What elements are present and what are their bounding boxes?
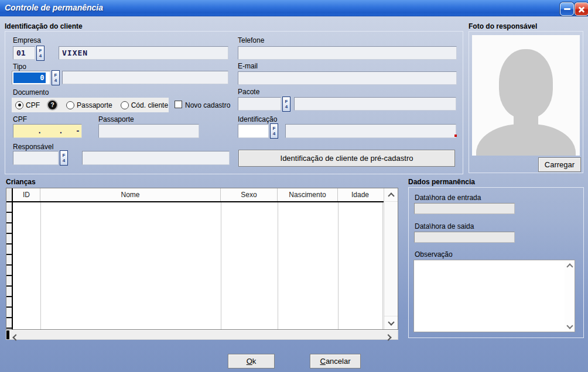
chevron-down-icon xyxy=(566,322,573,329)
identificacao-code-field[interactable] xyxy=(238,124,269,138)
group-title-dados-permanencia: Dados permanência xyxy=(408,178,475,186)
dialog-controle-permanencia: Controle de permanência Identificação do… xyxy=(0,0,588,372)
radio-cpf-label: CPF xyxy=(26,101,40,109)
identificacao-f4-button[interactable]: F4 xyxy=(270,123,278,139)
radio-passaporte-label: Passaporte xyxy=(77,101,112,109)
novo-cadastro-checkbox[interactable] xyxy=(175,101,182,108)
group-title-criancas: Crianças xyxy=(6,178,36,186)
grid-col-nome[interactable]: Nome xyxy=(40,188,221,201)
cpf-label: CPF xyxy=(13,115,27,123)
grid-col-id[interactable]: ID xyxy=(13,188,40,201)
grid-vertical-scrollbar[interactable] xyxy=(384,188,398,329)
observacao-scrollbar[interactable] xyxy=(565,260,575,332)
saida-field[interactable] xyxy=(414,232,515,243)
grid-col-idade[interactable]: Idade xyxy=(338,188,382,201)
grid-row-indicator-column xyxy=(6,202,13,329)
photo-placeholder xyxy=(472,35,580,156)
empresa-name-field[interactable]: VIXEN xyxy=(59,46,228,60)
pacote-code-field[interactable] xyxy=(238,97,281,111)
grid-header: ID Nome Sexo Nascimento Idade xyxy=(6,188,384,202)
responsavel-name-field[interactable] xyxy=(82,151,230,165)
empresa-label: Empresa xyxy=(13,36,41,44)
precadastro-button[interactable]: Identificação de cliente de pré-cadastro xyxy=(238,150,455,167)
responsavel-code-field[interactable] xyxy=(13,151,59,165)
cpf-field[interactable]: . . - xyxy=(13,124,82,138)
identificacao-label: Identificação xyxy=(238,115,277,123)
radio-cpf[interactable] xyxy=(15,101,23,109)
grid-scroll-right-button[interactable] xyxy=(386,332,392,342)
responsavel-f4-button[interactable]: F4 xyxy=(60,150,68,166)
observacao-scroll-down-button[interactable] xyxy=(565,321,575,332)
grid-col-sexo[interactable]: Sexo xyxy=(221,188,278,201)
group-title-foto: Foto do responsável xyxy=(469,22,537,30)
cancelar-button[interactable]: Cancelar xyxy=(310,354,361,368)
grid-scroll-down-button[interactable] xyxy=(384,316,398,329)
chevron-right-icon xyxy=(385,334,391,340)
observacao-textarea[interactable] xyxy=(413,260,575,332)
tipo-f4-button[interactable]: F4 xyxy=(52,70,60,85)
criancas-grid[interactable]: ID Nome Sexo Nascimento Idade xyxy=(6,188,398,330)
grid-horizontal-scrollbar[interactable] xyxy=(6,330,398,340)
required-marker xyxy=(454,135,457,137)
grid-scroll-up-button[interactable] xyxy=(384,188,398,202)
documento-label: Documento xyxy=(13,88,49,97)
ok-button[interactable]: Ok xyxy=(228,354,275,368)
chevron-left-icon xyxy=(12,334,19,340)
telefone-label: Telefone xyxy=(238,36,264,44)
email-field[interactable] xyxy=(238,71,457,85)
chevron-up-icon xyxy=(566,263,573,270)
telefone-field[interactable] xyxy=(238,46,457,60)
pacote-name-field[interactable] xyxy=(294,97,456,111)
tipo-code-field[interactable]: 0 xyxy=(12,71,50,85)
minimize-icon xyxy=(564,8,570,10)
chevron-up-icon xyxy=(388,192,394,199)
identificacao-name-field[interactable] xyxy=(285,124,456,138)
minimize-button[interactable] xyxy=(560,2,574,16)
grid-scroll-left-button[interactable] xyxy=(12,332,18,342)
tipo-name-field[interactable] xyxy=(62,71,228,84)
chevron-down-icon xyxy=(388,319,394,325)
grid-scroll-marker xyxy=(6,330,9,339)
window-title: Controle de permanência xyxy=(5,0,103,16)
observacao-label: Observação xyxy=(415,250,453,259)
titlebar[interactable]: Controle de permanência xyxy=(0,0,588,16)
passaporte-field[interactable] xyxy=(98,124,199,138)
group-title-identificacao-cliente: Identificação do cliente xyxy=(5,22,83,30)
novo-cadastro-label: Novo cadastro xyxy=(185,101,230,109)
passaporte-label: Passaporte xyxy=(98,115,134,123)
saida-label: Data\hora de saida xyxy=(415,222,474,230)
email-label: E-mail xyxy=(238,62,258,70)
pacote-label: Pacote xyxy=(238,88,259,96)
grid-col-nascimento[interactable]: Nascimento xyxy=(278,188,338,201)
grid-indicator-header xyxy=(6,188,13,201)
radio-cod-cliente[interactable] xyxy=(121,101,129,109)
carregar-button[interactable]: Carregar xyxy=(538,157,581,172)
pacote-f4-button[interactable]: F4 xyxy=(282,97,290,112)
radio-cod-cliente-label: Cód. cliente xyxy=(131,101,168,109)
radio-passaporte[interactable] xyxy=(66,101,74,109)
empresa-f4-button[interactable]: F4 xyxy=(36,46,45,61)
tipo-label: Tipo xyxy=(13,63,26,71)
close-icon xyxy=(578,6,585,13)
observacao-scroll-up-button[interactable] xyxy=(565,260,575,271)
silhouette-icon xyxy=(499,49,553,118)
entrada-label: Data\hora de entrada xyxy=(415,194,481,202)
question-icon[interactable]: ? xyxy=(48,101,57,109)
tipo-selection: 0 xyxy=(13,73,46,83)
close-button[interactable] xyxy=(575,2,588,16)
empresa-code-field[interactable]: 01 xyxy=(13,46,35,60)
documento-radio-panel: CPF ? Passaporte Cód. cliente xyxy=(12,98,169,112)
responsavel-label: Responsável xyxy=(13,143,53,151)
entrada-field[interactable] xyxy=(414,203,515,214)
